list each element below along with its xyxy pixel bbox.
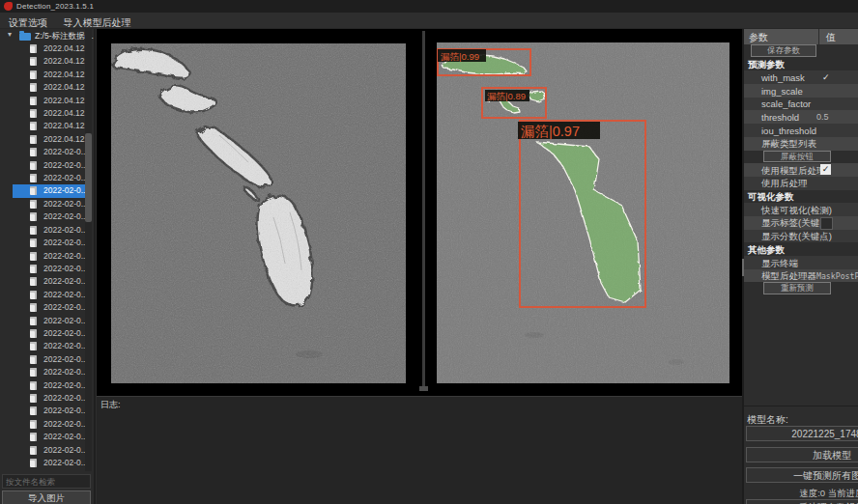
file-tree-item[interactable]: 2022-02-0... [0, 224, 85, 237]
app-logo-icon [4, 2, 13, 11]
file-tree-item[interactable]: 2022-02-0... [0, 405, 85, 417]
detection-label-3: 漏箔|0.97 [521, 124, 580, 139]
parameter-label: 显示终端 [761, 258, 798, 270]
file-tree-item[interactable]: 2022.04.12... [0, 107, 85, 120]
file-tree-item[interactable]: 2022-02-0... [0, 159, 85, 172]
menu-bar: 设置选项 导入模型后处理 [0, 13, 858, 29]
file-icon [30, 277, 37, 286]
file-tree-item[interactable]: 2022-02-0... [0, 315, 85, 327]
file-tree-item[interactable]: 2022-02-0... [0, 431, 85, 443]
file-tree-item[interactable]: 2022-02-0... [0, 184, 85, 197]
file-tree-item[interactable]: 2022.04.12... [0, 81, 85, 94]
parameter-label: img_scale [761, 86, 803, 97]
file-tree-item[interactable]: 2022-02-0 [0, 469, 85, 471]
file-tree-item[interactable]: 2022.04.12... [0, 120, 85, 132]
file-tree-item[interactable]: 2022-02-0... [0, 275, 85, 288]
file-tree-item[interactable]: 2022-02-0... [0, 366, 85, 378]
file-icon [30, 420, 37, 429]
parameter-rows: 保存参数 预测参数 with_mask ✓ img_scale scale_fa… [744, 44, 858, 295]
parameter-row[interactable]: 显示标签(关键点) [744, 216, 858, 230]
parameter-label: 保存参数 [751, 44, 816, 57]
file-tree-item[interactable]: 2022-02-0... [0, 263, 85, 275]
parameter-value[interactable] [820, 217, 833, 230]
parameter-row[interactable]: 屏蔽类型列表 [744, 137, 858, 151]
model-name-field[interactable]: 20221225_174813 [746, 426, 858, 441]
parameter-value[interactable]: 0.5 [816, 112, 829, 122]
parameter-row[interactable]: 可视化参数 [744, 190, 858, 204]
file-name: 2022-02-0 [43, 470, 81, 471]
file-tree-item[interactable]: 2022-02-0... [0, 172, 85, 184]
import-images-button[interactable]: 导入图片 [2, 490, 91, 504]
parameter-row[interactable]: 使用模型后处理 ✓ [744, 163, 858, 177]
parameter-row[interactable]: 重新预测 [744, 282, 858, 295]
viewport-splitter[interactable] [422, 31, 425, 388]
postprocess-settings-button[interactable]: 后处理参数设置 [746, 499, 858, 504]
file-tree-item[interactable]: 2022-02-0... [0, 444, 85, 457]
file-tree-item[interactable]: 2022-02-0... [0, 418, 85, 431]
parameter-label: with_mask [761, 72, 805, 83]
file-tree-item[interactable]: 2022-02-0... [0, 392, 85, 405]
parameter-label: 使用后处理 [761, 178, 808, 190]
tree-scrollbar[interactable] [85, 29, 92, 471]
file-icon [30, 44, 37, 53]
column-header-param: 参数 [744, 29, 818, 44]
file-tree-item[interactable]: 2022-02-0... [0, 198, 85, 210]
file-tree-item[interactable]: 2022-02-0... [0, 250, 85, 263]
file-tree-item[interactable]: 2022.04.12... [0, 42, 85, 55]
tree-scrollbar-thumb[interactable] [85, 133, 92, 222]
parameter-row[interactable]: scale_factor [744, 98, 858, 111]
parameter-row[interactable]: 其他参数 [744, 242, 858, 256]
file-name: 2022-02-0... [43, 185, 85, 195]
load-model-button[interactable]: 加载模型 [746, 447, 858, 462]
file-tree-item[interactable]: 2022.04.12... [0, 95, 85, 107]
file-name: 2022-02-0... [43, 419, 85, 429]
file-tree-item[interactable]: 2022-02-0... [0, 237, 85, 249]
file-tree-item[interactable]: 2022.04.12... [0, 55, 85, 68]
file-tree-item[interactable]: 2022-02-0... [0, 146, 85, 158]
parameter-row[interactable]: 使用后处理 [744, 177, 858, 190]
file-tree-item[interactable]: 2022-02-0... [0, 289, 85, 301]
file-tree-item[interactable]: 2022.04.12... [0, 69, 85, 81]
file-tree-item[interactable]: 2022-02-0... [0, 327, 85, 340]
tree-root-folder[interactable]: ▾ Z:/5-标注数据/... [0, 30, 94, 42]
file-tree-item[interactable]: 2022-02-0... [0, 353, 85, 366]
file-name: 2022.04.12... [43, 121, 85, 130]
search-input[interactable] [2, 474, 91, 489]
parameter-value[interactable]: ✓ [822, 72, 830, 82]
parameter-row[interactable]: 模型后处理器 MaskPostPro [744, 269, 858, 283]
file-tree-sidebar: ▾ Z:/5-标注数据/... 2022.04.12... 2022.04.12… [0, 29, 96, 504]
file-name: 2022-02-0... [43, 251, 85, 261]
parameter-row[interactable]: 快速可视化(检测) [744, 203, 858, 216]
parameter-label: 预测参数 [748, 59, 785, 71]
file-tree-item[interactable]: 2022-02-0... [0, 379, 85, 392]
log-output[interactable] [100, 410, 740, 504]
parameter-value[interactable]: MaskPostPro [816, 271, 858, 281]
predict-all-button[interactable]: 一键预测所有图片 [746, 467, 858, 483]
parameter-row[interactable]: 屏蔽按钮 [744, 151, 858, 164]
file-name: 2022-02-0... [43, 160, 85, 170]
file-tree-item[interactable]: 2022-02-0... [0, 210, 85, 223]
file-icon [30, 238, 37, 247]
parameter-row[interactable]: 显示终端 [744, 256, 858, 269]
file-tree-item[interactable]: 2022-02-0... [0, 340, 85, 352]
file-name: 2022-02-0... [43, 393, 85, 403]
file-tree-item[interactable]: 2022-02-0... [0, 457, 85, 469]
file-tree-item[interactable]: 2022.04.12... [0, 133, 85, 146]
parameter-row[interactable]: img_scale [744, 84, 858, 98]
parameter-row[interactable]: threshold 0.5 [744, 110, 858, 124]
file-tree-item[interactable]: 2022-02-0... [0, 301, 85, 314]
parameter-row[interactable]: 显示分数(关键点) [744, 230, 858, 243]
parameter-value[interactable]: ✓ [820, 164, 831, 175]
file-name: 2022-02-0... [43, 238, 85, 247]
viewport-splitter-handle[interactable] [419, 386, 428, 391]
chevron-down-icon[interactable]: ▾ [8, 30, 12, 39]
parameter-row[interactable]: iou_threshold [744, 124, 858, 137]
parameter-row[interactable]: with_mask ✓ [744, 70, 858, 84]
parameter-row[interactable]: 保存参数 [744, 44, 858, 58]
file-icon [30, 265, 37, 273]
parameter-label: iou_threshold [761, 126, 816, 136]
file-name: 2022.04.12... [43, 96, 85, 105]
file-icon [30, 355, 37, 364]
parameter-row[interactable]: 预测参数 [744, 58, 858, 71]
parameter-label: threshold [761, 112, 799, 123]
